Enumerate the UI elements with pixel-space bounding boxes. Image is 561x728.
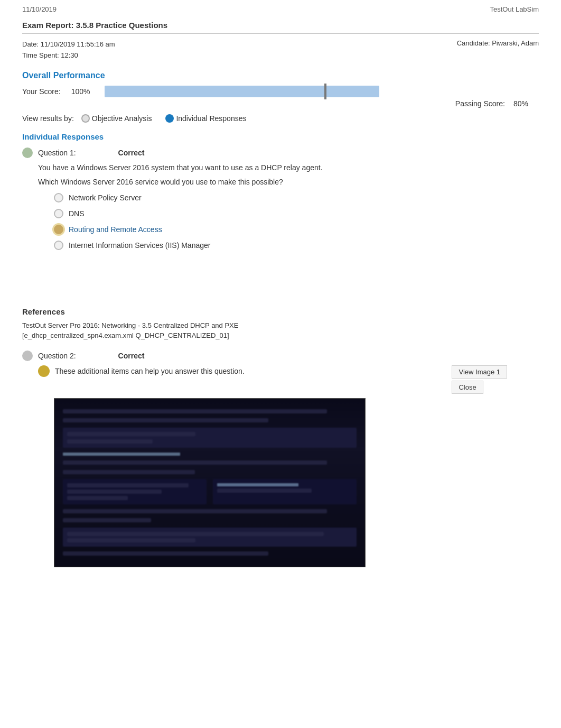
- score-label: Your Score:: [22, 87, 61, 96]
- close-button[interactable]: Close: [452, 381, 483, 394]
- objective-analysis-option[interactable]: Objective Analysis: [81, 114, 152, 123]
- question-1-text1: You have a Windows Server 2016 system th…: [38, 162, 539, 173]
- answer-radio-4: [54, 241, 63, 250]
- individual-responses-title: Individual Responses: [22, 132, 539, 141]
- answer-radio-3: [54, 225, 63, 234]
- score-value: 100%: [71, 87, 90, 96]
- answer-radio-1: [54, 193, 63, 202]
- screenshot-image: [54, 398, 366, 567]
- passing-score-value: 80%: [513, 99, 528, 108]
- references-section: References TestOut Server Pro 2016: Netw…: [22, 307, 539, 341]
- question-1-status: Correct: [118, 149, 145, 157]
- answer-text-4: Internet Information Services (IIS) Mana…: [69, 241, 210, 250]
- exam-candidate: Candidate: Piwarski, Adam: [457, 39, 539, 61]
- view-results-label: View results by:: [22, 114, 74, 123]
- question-1-block: Question 1: Correct You have a Windows S…: [22, 148, 539, 250]
- objective-analysis-label: Objective Analysis: [92, 114, 152, 123]
- answer-text-1: Network Policy Server: [69, 193, 142, 202]
- individual-responses-option[interactable]: Individual Responses: [165, 114, 246, 123]
- question-2-icon: [22, 351, 33, 361]
- exam-time-spent: Time Spent: 12:30: [22, 50, 115, 61]
- reference-text-1: TestOut Server Pro 2016: Networking - 3.…: [22, 320, 539, 331]
- individual-responses-label: Individual Responses: [176, 114, 246, 123]
- answer-text-3: Routing and Remote Access: [69, 225, 162, 234]
- individual-responses-radio[interactable]: [165, 114, 174, 123]
- question-1-icon: [22, 148, 33, 158]
- date-label: 11/10/2019: [22, 5, 57, 13]
- question-2-block: Question 2: Correct These additional ite…: [22, 351, 539, 567]
- exam-meta-left: Date: 11/10/2019 11:55:16 am Time Spent:…: [22, 39, 115, 61]
- exam-date: Date: 11/10/2019 11:55:16 am: [22, 39, 115, 50]
- view-image-button[interactable]: View Image 1: [452, 365, 507, 379]
- question-2-status: Correct: [118, 352, 145, 360]
- brand-label: TestOut LabSim: [490, 5, 539, 13]
- yellow-dot-icon: [38, 365, 50, 377]
- overall-performance-title: Overall Performance: [22, 71, 539, 80]
- additional-items-text: These additional items can help you answ…: [55, 367, 452, 375]
- references-title: References: [22, 307, 539, 316]
- reference-text-2: [e_dhcp_centralized_spn4.exam.xml Q_DHCP…: [22, 330, 539, 341]
- answer-radio-2: [54, 209, 63, 218]
- answer-text-2: DNS: [69, 209, 85, 218]
- answer-option-4[interactable]: Internet Information Services (IIS) Mana…: [54, 241, 539, 250]
- view-image-controls: View Image 1 Close: [452, 365, 507, 394]
- question-1-label: Question 1:: [38, 149, 76, 157]
- passing-score-label: Passing Score:: [455, 99, 505, 108]
- exam-title: Exam Report: 3.5.8 Practice Questions: [22, 16, 539, 34]
- answer-options: Network Policy Server DNS Routing and Re…: [54, 193, 539, 250]
- score-bar: [105, 86, 379, 97]
- answer-option-3[interactable]: Routing and Remote Access: [54, 225, 539, 234]
- answer-option-2[interactable]: DNS: [54, 209, 539, 218]
- answer-option-1[interactable]: Network Policy Server: [54, 193, 539, 202]
- objective-analysis-radio[interactable]: [81, 114, 90, 123]
- question-2-label: Question 2:: [38, 352, 76, 360]
- question-1-text2: Which Windows Server 2016 service would …: [38, 177, 539, 188]
